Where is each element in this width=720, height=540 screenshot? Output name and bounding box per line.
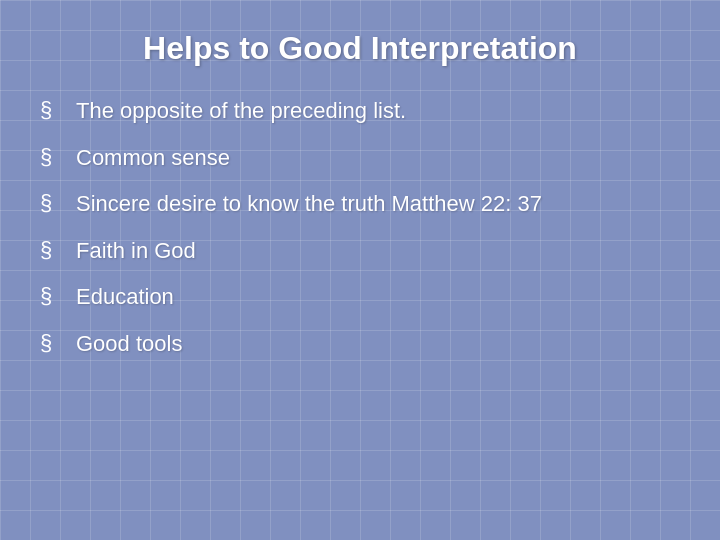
bullet-icon: § bbox=[40, 283, 64, 309]
bullet-text: Faith in God bbox=[76, 237, 196, 266]
bullet-icon: § bbox=[40, 97, 64, 123]
bullet-list: §The opposite of the preceding list.§Com… bbox=[40, 97, 680, 359]
list-item: §The opposite of the preceding list. bbox=[40, 97, 680, 126]
list-item: §Education bbox=[40, 283, 680, 312]
slide: Helps to Good Interpretation §The opposi… bbox=[0, 0, 720, 540]
bullet-icon: § bbox=[40, 190, 64, 216]
bullet-text: Common sense bbox=[76, 144, 230, 173]
bullet-text: Good tools bbox=[76, 330, 182, 359]
list-item: §Common sense bbox=[40, 144, 680, 173]
list-item: §Good tools bbox=[40, 330, 680, 359]
list-item: §Faith in God bbox=[40, 237, 680, 266]
bullet-icon: § bbox=[40, 144, 64, 170]
bullet-icon: § bbox=[40, 330, 64, 356]
bullet-text: Education bbox=[76, 283, 174, 312]
bullet-icon: § bbox=[40, 237, 64, 263]
bullet-text: The opposite of the preceding list. bbox=[76, 97, 406, 126]
bullet-text: Sincere desire to know the truth Matthew… bbox=[76, 190, 542, 219]
slide-title: Helps to Good Interpretation bbox=[143, 30, 577, 67]
list-item: §Sincere desire to know the truth Matthe… bbox=[40, 190, 680, 219]
